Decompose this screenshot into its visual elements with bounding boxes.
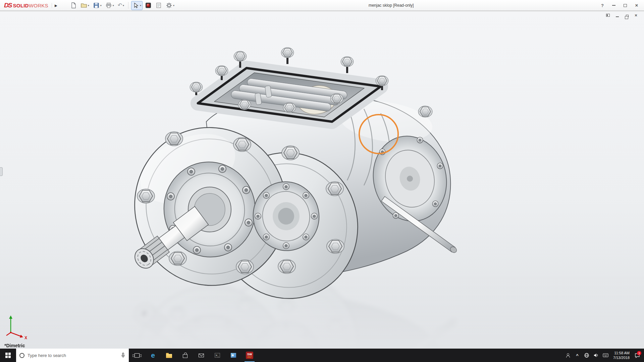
solidworks-taskbar-button[interactable]: SW 2017 xyxy=(241,349,258,362)
close-document-icon: × xyxy=(635,13,637,17)
file-explorer-button[interactable] xyxy=(161,349,177,362)
people-button[interactable] xyxy=(563,349,573,362)
search-input[interactable] xyxy=(28,353,118,358)
open-icon xyxy=(80,2,87,9)
clock-date: 7/13/2018 xyxy=(613,355,630,360)
edge-button[interactable]: e xyxy=(145,349,161,362)
store-button[interactable] xyxy=(177,349,193,362)
microphone-icon[interactable] xyxy=(121,352,125,358)
print-button[interactable]: ▾ xyxy=(104,1,115,10)
taskbar-apps: e >_ SW 2017 xyxy=(129,349,258,362)
toolbar-separator xyxy=(128,2,128,9)
windows-logo-icon xyxy=(5,353,11,358)
open-button[interactable]: ▾ xyxy=(79,1,91,10)
x-axis-label: X xyxy=(24,336,27,340)
titlebar: DSSOLIDWORKS ▶ ▾ ▾ ▾ ↶ ▾ xyxy=(0,0,644,11)
new-document-button[interactable] xyxy=(69,1,78,10)
solidworks-window: DSSOLIDWORKS ▶ ▾ ▾ ▾ ↶ ▾ xyxy=(0,0,644,362)
minimize-document-icon xyxy=(616,16,619,17)
taskbar-search[interactable] xyxy=(16,349,129,362)
appearance-icon xyxy=(145,2,152,9)
options-dropdown-caret[interactable]: ▾ xyxy=(173,4,174,7)
close-document-button[interactable]: × xyxy=(633,13,639,18)
undo-dropdown-caret[interactable]: ▾ xyxy=(123,4,124,7)
touch-keyboard-button[interactable] xyxy=(601,349,610,362)
options-button[interactable]: ▾ xyxy=(164,1,176,10)
hidden-icons-button[interactable]: ^ xyxy=(573,349,582,362)
appearance-button[interactable] xyxy=(144,1,153,10)
action-center-button[interactable]: 3 xyxy=(633,349,642,362)
minimize-button[interactable] xyxy=(610,2,617,9)
store-icon xyxy=(183,354,187,358)
print-icon xyxy=(105,2,112,9)
maximize-button[interactable] xyxy=(622,2,629,9)
network-icon xyxy=(584,353,589,358)
windows-taskbar: e >_ SW 2017 ^ xyxy=(0,349,644,362)
open-dropdown-caret[interactable]: ▾ xyxy=(88,4,89,7)
graphics-area[interactable]: × X *Dimetric xyxy=(0,11,644,349)
dock-window-icon xyxy=(606,14,610,17)
system-tray: ^ xyxy=(563,349,644,362)
x-axis-arrow xyxy=(20,335,23,338)
ds-logo: DS xyxy=(4,2,11,9)
select-dropdown-caret[interactable]: ▾ xyxy=(140,4,141,7)
taskbar-clock[interactable]: 11:58 AM 7/13/2018 xyxy=(610,351,633,360)
cortana-icon xyxy=(19,353,24,358)
volume-button[interactable] xyxy=(591,349,601,362)
photos-icon xyxy=(231,353,236,358)
undo-button[interactable]: ↶ ▾ xyxy=(116,1,125,10)
document-window-controls: × xyxy=(605,13,639,18)
dock-window-button[interactable] xyxy=(605,13,610,18)
restore-document-button[interactable] xyxy=(624,13,629,18)
print-dropdown-caret[interactable]: ▾ xyxy=(113,4,114,7)
undo-icon: ↶ xyxy=(118,2,122,9)
command-prompt-icon: >_ xyxy=(215,353,220,358)
save-icon xyxy=(93,2,100,9)
mail-button[interactable] xyxy=(193,349,209,362)
clock-time: 11:58 AM xyxy=(614,351,630,355)
network-button[interactable] xyxy=(582,349,591,362)
photos-button[interactable] xyxy=(225,349,241,362)
select-cursor-icon xyxy=(132,2,139,9)
minimize-icon xyxy=(612,5,615,6)
properties-sheet-icon xyxy=(155,2,162,9)
select-tool-button[interactable]: ▾ xyxy=(131,1,143,10)
window-controls: ? × xyxy=(599,2,644,9)
y-axis-arrow xyxy=(9,315,12,319)
orientation-triad[interactable]: X xyxy=(5,313,29,340)
document-title: menjac sklop [Read-only] xyxy=(369,3,414,8)
start-button[interactable] xyxy=(0,349,16,362)
chevron-up-icon: ^ xyxy=(576,353,579,358)
volume-icon xyxy=(593,353,599,358)
restore-document-icon xyxy=(626,15,629,17)
file-explorer-icon xyxy=(166,354,172,358)
standard-toolbar: ▾ ▾ ▾ ↶ ▾ ▾ xyxy=(69,1,176,10)
properties-button[interactable] xyxy=(154,1,163,10)
new-document-icon xyxy=(70,2,77,9)
minimize-document-button[interactable] xyxy=(614,13,620,18)
notification-badge: 3 xyxy=(637,351,641,355)
solidworks-logo: DSSOLIDWORKS xyxy=(0,2,50,9)
command-prompt-button[interactable]: >_ xyxy=(209,349,225,362)
close-button[interactable]: × xyxy=(633,2,640,9)
panel-collapse-handle[interactable] xyxy=(0,167,3,176)
model-viewport[interactable] xyxy=(0,11,644,349)
close-icon: × xyxy=(635,3,638,7)
triad-origin xyxy=(10,332,11,333)
people-icon xyxy=(566,353,570,357)
save-button[interactable]: ▾ xyxy=(92,1,103,10)
gear-icon xyxy=(166,2,172,9)
mail-icon xyxy=(199,354,204,357)
maximize-icon xyxy=(624,4,627,7)
toolbar-flyout-arrow-icon[interactable]: ▶ xyxy=(52,3,60,8)
save-dropdown-caret[interactable]: ▾ xyxy=(100,4,102,7)
solidworks-app-icon: SW 2017 xyxy=(246,352,253,359)
touch-keyboard-icon xyxy=(603,353,608,357)
edge-icon: e xyxy=(151,352,155,359)
task-view-button[interactable] xyxy=(129,349,145,362)
view-orientation-label: *Dimetric xyxy=(4,343,25,348)
help-button[interactable]: ? xyxy=(599,2,606,9)
task-view-icon xyxy=(135,353,140,358)
